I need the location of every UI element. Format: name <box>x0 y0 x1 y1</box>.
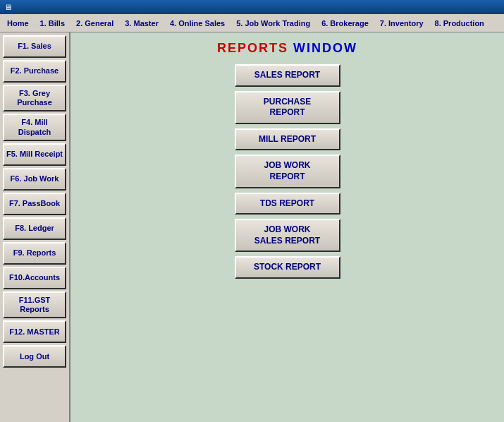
menu-item-production[interactable]: 8. Production <box>429 17 490 30</box>
menu-item-brokerage[interactable]: 6. Brokerage <box>316 17 374 30</box>
report-btn-stock-report[interactable]: STOCK REPORT <box>235 256 340 279</box>
report-btn-tds-report[interactable]: TDS REPORT <box>235 193 340 215</box>
reports-title-part2: WINDOW <box>293 41 357 55</box>
title-bar: 🖥 <box>0 0 504 14</box>
report-btn-purchase-report[interactable]: PURCHASE REPORT <box>235 91 340 124</box>
title-bar-icon: 🖥 <box>4 3 12 11</box>
content-area: REPORTS WINDOW SALES REPORTPURCHASE REPO… <box>70 32 504 422</box>
sidebar-btn-f6-job-work[interactable]: F6. Job Work <box>3 168 66 191</box>
sidebar-btn-f8-ledger[interactable]: F8. Ledger <box>3 217 66 240</box>
report-btn-sales-report[interactable]: SALES REPORT <box>235 64 340 87</box>
sidebar-btn-f11-gst-reports[interactable]: F11.GST Reports <box>3 291 66 318</box>
report-btn-job-work-sales-report[interactable]: JOB WORK SALES REPORT <box>235 219 340 252</box>
sidebar-btn-f2-purchase[interactable]: F2. Purchase <box>3 60 66 83</box>
sidebar-btn-f1-sales[interactable]: F1. Sales <box>3 35 66 58</box>
sidebar-btn-f12-master[interactable]: F12. MASTER <box>3 320 66 343</box>
sidebar-btn-f5-mill-receipt[interactable]: F5. Mill Receipt <box>3 143 66 166</box>
sidebar-btn-f10-accounts[interactable]: F10.Accounts <box>3 267 66 289</box>
sidebar-btn-f4-mill-dispatch[interactable]: F4. Mill Dispatch <box>3 114 66 140</box>
menu-item-bills[interactable]: 1. Bills <box>35 17 70 30</box>
menu-item-home[interactable]: Home <box>1 17 35 30</box>
menu-item-inventory[interactable]: 7. Inventory <box>374 17 429 30</box>
sidebar-btn-f7-passbook[interactable]: F7. PassBook <box>3 193 66 215</box>
menu-item-job-work-trading[interactable]: 5. Job Work Trading <box>231 17 316 30</box>
report-btn-mill-report[interactable]: MILL REPORT <box>235 128 340 151</box>
report-btn-job-work-report[interactable]: JOB WORK REPORT <box>235 155 340 188</box>
report-buttons-container: SALES REPORTPURCHASE REPORTMILL REPORTJO… <box>70 61 504 279</box>
sidebar-btn-f3-grey-purchase[interactable]: F3. Grey Purchase <box>3 85 66 111</box>
sidebar-btn-f9-reports[interactable]: F9. Reports <box>3 242 66 265</box>
sidebar-btn-log-out[interactable]: Log Out <box>3 345 66 368</box>
menu-item-general[interactable]: 2. General <box>70 17 119 30</box>
reports-title-part1: REPORTS <box>217 41 293 55</box>
menu-item-online-sales[interactable]: 4. Online Sales <box>164 17 231 30</box>
menu-bar: Home1. Bills2. General3. Master4. Online… <box>0 14 504 32</box>
main-layout: F1. SalesF2. PurchaseF3. Grey PurchaseF4… <box>0 32 504 422</box>
sidebar: F1. SalesF2. PurchaseF3. Grey PurchaseF4… <box>0 32 70 422</box>
menu-item-master[interactable]: 3. Master <box>119 17 164 30</box>
reports-window-title: REPORTS WINDOW <box>70 32 504 61</box>
